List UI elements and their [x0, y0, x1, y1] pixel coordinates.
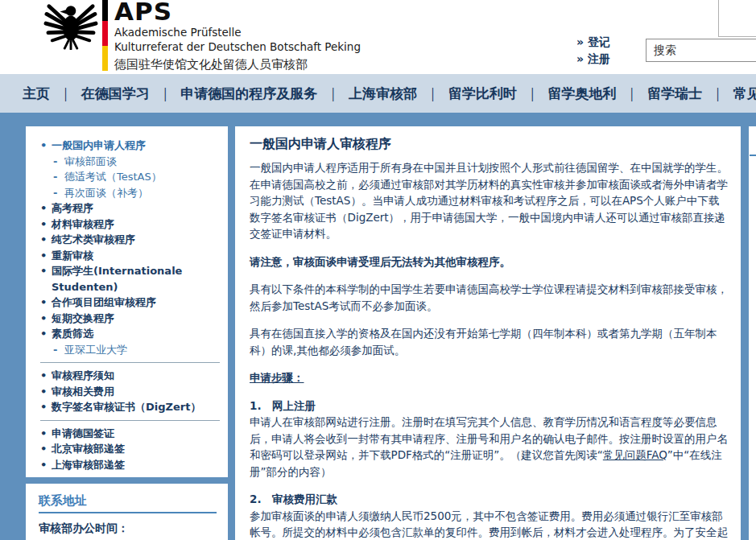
login-link[interactable]: 登记	[576, 34, 641, 51]
nav-item-faq[interactable]: 常见问题	[733, 85, 756, 103]
page-title: 一般国内申请人审核程序	[250, 136, 728, 153]
notice-paragraph: 请注意，审核面谈申请受理后无法转为其他审核程序。	[250, 254, 728, 270]
nav-separator: ｜	[59, 85, 72, 103]
logo-subtitle-cn: 德国驻华使馆文化处留德人员审核部	[114, 56, 361, 72]
sidebar-item-shanghai-visa-submission[interactable]: 上海审核部递签	[31, 457, 221, 473]
german-eagle-logo	[42, 0, 100, 50]
sidebar-menu-panel: 一般国内申请人程序 审核部面谈 德适考试（TestAS） 再次面谈（补考） 高考…	[26, 126, 228, 477]
sidebar-item-beijing-visa-submission[interactable]: 北京审核部递签	[31, 441, 221, 457]
logo-subtitle-de-2: Kulturreferat der Deutschen Botschaft Pe…	[114, 40, 361, 55]
sidebar-item-fees[interactable]: 审核相关费用	[31, 384, 221, 400]
contact-panel: 联系地址 审核部办公时间：	[26, 484, 228, 540]
blue-divider-bar	[0, 113, 756, 126]
top-right-cutoff-box	[718, 0, 756, 37]
sidebar-item-short-term-exchange[interactable]: 短期交换程序	[31, 311, 221, 327]
logo-acronym: APS	[114, 0, 361, 26]
nav-separator: ｜	[625, 85, 638, 103]
sidebar-item-gaokao-procedure[interactable]: 高考程序	[31, 200, 221, 216]
nav-item-study-belgium[interactable]: 留学比利时	[448, 85, 517, 103]
contact-heading: 联系地址	[39, 493, 217, 509]
german-flag-stripe	[102, 0, 108, 71]
nav-item-study-austria[interactable]: 留学奥地利	[547, 85, 616, 103]
nav-item-study-switzerland[interactable]: 留学瑞士	[647, 85, 702, 103]
logo-subtitle-de-1: Akademische Prüfstelle	[114, 26, 361, 40]
sidebar-divider	[40, 362, 220, 363]
bachelor-condition-paragraph: 具有以下条件的本科学制的中国学生若要申请德国高校学士学位课程请提交材料到审核部接…	[250, 281, 728, 314]
sidebar-menu: 一般国内申请人程序 审核部面谈 德适考试（TestAS） 再次面谈（补考） 高考…	[31, 138, 221, 357]
page-header: APS Akademische Prüfstelle Kulturreferat…	[0, 0, 756, 74]
nav-separator: ｜	[426, 85, 440, 103]
sidebar-item-testas[interactable]: 德适考试（TestAS）	[31, 169, 221, 185]
right-column-cutoff-border	[750, 155, 756, 156]
faq-link[interactable]: 常见问题FAQ	[603, 448, 667, 461]
main-navigation: 主页 ｜ 在德国学习 ｜ 申请德国的程序及服务 ｜ 上海审核部 ｜ 留学比利时 …	[0, 74, 756, 113]
nav-item-shanghai-office[interactable]: 上海审核部	[349, 85, 417, 103]
nav-separator: ｜	[526, 85, 539, 103]
register-link[interactable]: 注册	[576, 51, 641, 68]
step2-body: 参加审核面谈的申请人须缴纳人民币2500元，其中不包含签证费用。费用必须通过银行…	[250, 508, 728, 540]
intro-paragraph: 一般国内申请人程序适用于所有身在中国并且计划按照个人形式前往德国留学、在中国就学…	[250, 159, 728, 242]
search-input[interactable]	[646, 39, 756, 62]
nav-separator: ｜	[326, 85, 340, 103]
sidebar-item-general-domestic-procedure[interactable]: 一般国内申请人程序	[31, 138, 221, 154]
sidebar-item-procedure-notes[interactable]: 审核程序须知	[31, 368, 221, 384]
sidebar-item-cooperation-group-procedure[interactable]: 合作项目团组审核程序	[31, 295, 221, 311]
nav-item-home[interactable]: 主页	[23, 85, 50, 103]
logo-text-block: APS Akademische Prüfstelle Kulturreferat…	[114, 0, 361, 72]
sidebar-item-reinterview[interactable]: 再次面谈（补考）	[31, 185, 221, 201]
step1-title: 1. 网上注册	[250, 398, 728, 414]
sidebar-item-pure-art-procedure[interactable]: 纯艺术类审核程序	[31, 232, 221, 248]
contact-heading-rule	[39, 512, 217, 513]
main-content-panel: 一般国内申请人审核程序 一般国内申请人程序适用于所有身在中国并且计划按照个人形式…	[235, 126, 741, 540]
nav-separator: ｜	[711, 85, 725, 103]
sidebar-item-re-verification[interactable]: 重新审核	[31, 248, 221, 264]
sidebar-item-document-check-procedure[interactable]: 材料审核程序	[31, 216, 221, 233]
nav-item-study-in-germany[interactable]: 在德国学习	[81, 85, 150, 103]
office-hours-label: 审核部办公时间：	[39, 521, 217, 536]
sidebar-item-digzert[interactable]: 数字签名审核证书（DigZert）	[31, 399, 221, 415]
nav-separator: ｜	[159, 85, 172, 103]
steps-heading: 申请步骤：	[250, 369, 728, 386]
sidebar-divider	[40, 420, 220, 421]
sidebar-item-quality-screening[interactable]: 素质筛选	[31, 326, 221, 342]
direct-admission-paragraph: 具有在德国直接入学的资格及在国内还没有开始第七学期（四年制本科）或者第九学期（五…	[250, 325, 728, 358]
sidebar-item-interview[interactable]: 审核部面谈	[31, 154, 221, 170]
header-account-links: 登记 注册	[576, 34, 641, 68]
step1-body: 申请人在审核部网站进行注册。注册时在填写完其个人信息、教育学历情况和语言程度等必…	[250, 414, 728, 480]
nav-item-procedures-and-services[interactable]: 申请德国的程序及服务	[180, 85, 317, 103]
sidebar-item-international-students[interactable]: 国际学生(Internationale Studenten)	[31, 263, 221, 295]
step2-title: 2. 审核费用汇款	[250, 491, 728, 508]
sidebar-item-rwth-aachen[interactable]: 亚琛工业大学	[31, 342, 221, 358]
sidebar-item-german-visa[interactable]: 申请德国签证	[31, 426, 221, 442]
